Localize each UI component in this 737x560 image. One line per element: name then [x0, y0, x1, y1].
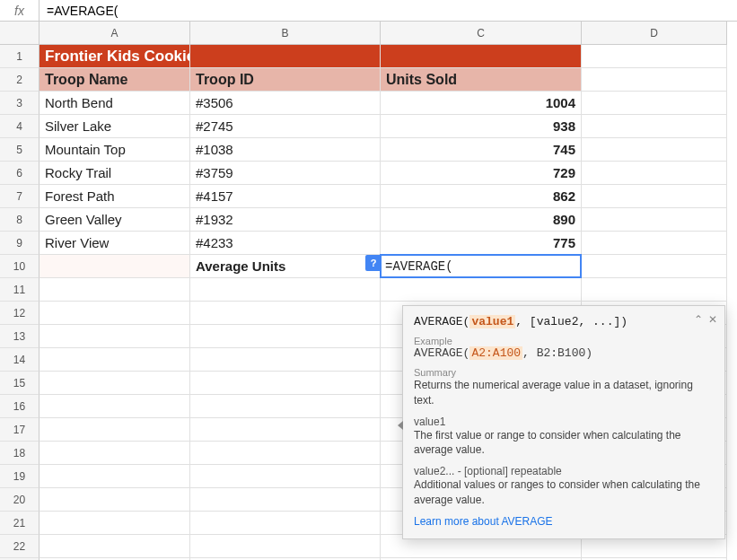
row-header[interactable]: 12: [0, 302, 39, 325]
cell[interactable]: [39, 512, 190, 535]
cell[interactable]: [39, 372, 190, 395]
cell[interactable]: Silver Lake: [39, 115, 190, 138]
cell[interactable]: 862: [381, 185, 582, 208]
cell[interactable]: ?: [381, 255, 582, 278]
row-header[interactable]: 9: [0, 232, 39, 255]
row-header[interactable]: 11: [0, 278, 39, 302]
cell[interactable]: [582, 115, 727, 138]
formula-help-icon[interactable]: ?: [365, 255, 382, 271]
row-header[interactable]: 4: [0, 115, 39, 138]
col-header-b[interactable]: B: [190, 22, 381, 45]
row-header[interactable]: 10: [0, 255, 39, 278]
cell[interactable]: Units Sold: [381, 68, 582, 92]
cell[interactable]: Frontier Kids Cookie Sales: [39, 45, 190, 68]
cell[interactable]: River View: [39, 232, 190, 255]
col-header-c[interactable]: C: [381, 22, 582, 45]
cell[interactable]: [39, 255, 190, 278]
cell[interactable]: [582, 92, 727, 115]
cell[interactable]: [190, 512, 381, 535]
col-header-a[interactable]: A: [39, 22, 190, 45]
row-header[interactable]: 7: [0, 185, 39, 208]
cell[interactable]: #2745: [190, 115, 381, 138]
cell[interactable]: #1038: [190, 138, 381, 162]
row-header[interactable]: 21: [0, 512, 39, 535]
cell-editor[interactable]: [382, 256, 580, 276]
row-header[interactable]: 13: [0, 325, 39, 348]
cell[interactable]: [582, 138, 727, 162]
col-header-d[interactable]: D: [582, 22, 727, 45]
row-header[interactable]: 15: [0, 372, 39, 395]
cell[interactable]: 729: [381, 162, 582, 185]
row-header[interactable]: 2: [0, 68, 39, 92]
cell[interactable]: Rocky Trail: [39, 162, 190, 185]
cell[interactable]: [190, 348, 381, 372]
cell[interactable]: [582, 208, 727, 232]
cell[interactable]: #1932: [190, 208, 381, 232]
row-header[interactable]: 14: [0, 348, 39, 372]
cell[interactable]: 938: [381, 115, 582, 138]
cell[interactable]: [39, 395, 190, 418]
cell[interactable]: [39, 535, 190, 558]
cell[interactable]: [190, 325, 381, 348]
select-all-corner[interactable]: [0, 22, 39, 45]
row-header[interactable]: 16: [0, 395, 39, 418]
row-header[interactable]: 1: [0, 45, 39, 68]
cell[interactable]: [582, 162, 727, 185]
row-header[interactable]: 3: [0, 92, 39, 115]
cell[interactable]: [190, 278, 381, 302]
cell[interactable]: [582, 255, 727, 278]
row-header[interactable]: 8: [0, 208, 39, 232]
cell[interactable]: [39, 465, 190, 488]
cell[interactable]: [190, 465, 381, 488]
cell[interactable]: Mountain Top: [39, 138, 190, 162]
row-header[interactable]: 17: [0, 418, 39, 442]
cell[interactable]: [39, 418, 190, 442]
cell[interactable]: #3759: [190, 162, 381, 185]
cell[interactable]: [190, 302, 381, 325]
cell[interactable]: [190, 442, 381, 465]
cell[interactable]: [39, 278, 190, 302]
cell[interactable]: [582, 278, 727, 302]
cell[interactable]: 775: [381, 232, 582, 255]
cell[interactable]: [582, 185, 727, 208]
row-header[interactable]: 5: [0, 138, 39, 162]
cell[interactable]: [582, 68, 727, 92]
cell[interactable]: 890: [381, 208, 582, 232]
cell[interactable]: North Bend: [39, 92, 190, 115]
cell[interactable]: [39, 488, 190, 512]
tooltip-collapse-icon[interactable]: ⌃: [694, 313, 703, 326]
cell[interactable]: [190, 372, 381, 395]
cell[interactable]: [190, 535, 381, 558]
cell[interactable]: 745: [381, 138, 582, 162]
cell[interactable]: [39, 442, 190, 465]
cell[interactable]: [190, 418, 381, 442]
cell[interactable]: Troop Name: [39, 68, 190, 92]
tooltip-close-icon[interactable]: ✕: [708, 313, 717, 326]
cell[interactable]: [39, 302, 190, 325]
cell[interactable]: [582, 45, 727, 68]
cell[interactable]: Forest Path: [39, 185, 190, 208]
cell[interactable]: Average Units: [190, 255, 381, 278]
row-header[interactable]: 20: [0, 488, 39, 512]
cell[interactable]: [381, 45, 582, 68]
cell[interactable]: 1004: [381, 92, 582, 115]
cell[interactable]: #4233: [190, 232, 381, 255]
cell[interactable]: [190, 395, 381, 418]
cell[interactable]: [39, 325, 190, 348]
row-header[interactable]: 6: [0, 162, 39, 185]
active-cell[interactable]: ?: [380, 254, 582, 278]
cell[interactable]: #3506: [190, 92, 381, 115]
cell[interactable]: Green Valley: [39, 208, 190, 232]
cell[interactable]: [381, 278, 582, 302]
row-header[interactable]: 18: [0, 442, 39, 465]
tooltip-learn-more-link[interactable]: Learn more about AVERAGE: [414, 515, 714, 528]
cell[interactable]: [190, 45, 381, 68]
row-header[interactable]: 22: [0, 535, 39, 558]
cell[interactable]: #4157: [190, 185, 381, 208]
cell[interactable]: Troop ID: [190, 68, 381, 92]
row-header[interactable]: 19: [0, 465, 39, 488]
cell[interactable]: [582, 232, 727, 255]
formula-input[interactable]: [39, 0, 737, 21]
cell[interactable]: [39, 348, 190, 372]
cell[interactable]: [190, 488, 381, 512]
